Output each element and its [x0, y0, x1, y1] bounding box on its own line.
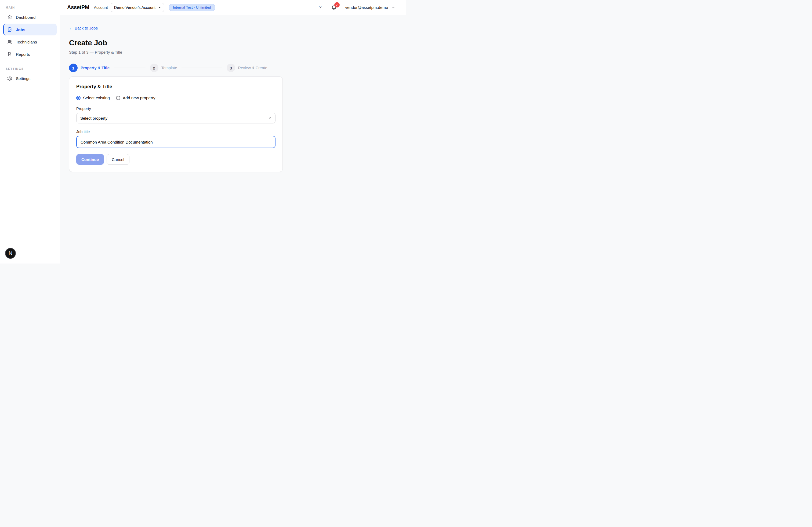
sidebar-section-settings: SETTINGS	[6, 67, 60, 70]
user-menu-chevron-icon[interactable]	[392, 6, 395, 10]
radio-label: Add new property	[123, 95, 156, 100]
stepper: 1 Property & Title 2 Template 3 Review &…	[69, 64, 397, 72]
step-label: Review & Create	[238, 66, 267, 70]
card-heading: Property & Title	[76, 84, 276, 90]
sidebar-item-label: Settings	[16, 76, 30, 81]
top-header: AssetPM Account Demo Vendor's Account In…	[60, 0, 406, 15]
page-subtitle: Step 1 of 3 — Property & Title	[69, 50, 397, 55]
sidebar-item-label: Reports	[16, 52, 30, 57]
sidebar-item-technicians[interactable]: Technicians	[3, 36, 57, 48]
step-template: 2 Template	[150, 64, 177, 72]
sidebar-item-jobs[interactable]: Jobs	[3, 24, 57, 35]
step-review-create: 3 Review & Create	[227, 64, 267, 72]
sidebar-item-settings[interactable]: Settings	[3, 73, 57, 84]
radio-label: Select existing	[83, 95, 110, 100]
dev-badge-letter: N	[9, 250, 12, 256]
back-to-jobs-link[interactable]: ← Back to Jobs	[69, 26, 98, 30]
job-title-field-label: Job title	[76, 130, 276, 134]
back-arrow-icon: ←	[69, 26, 73, 30]
radio-select-existing[interactable]: Select existing	[76, 95, 110, 100]
account-select[interactable]: Demo Vendor's Account	[111, 3, 164, 12]
user-email[interactable]: vendor@assetpm.demo	[345, 5, 388, 10]
plan-badge: Internal Test - Unlimited	[169, 4, 215, 11]
sidebar: MAIN Dashboard Jobs Technicians	[0, 0, 60, 264]
chevron-down-icon	[158, 6, 161, 9]
nextjs-dev-badge[interactable]: N	[5, 248, 16, 259]
step-label: Property & Title	[81, 66, 110, 70]
sidebar-item-label: Dashboard	[16, 15, 35, 19]
step-connector	[182, 67, 222, 68]
continue-button[interactable]: Continue	[76, 154, 104, 165]
step-label: Template	[161, 66, 177, 70]
notifications-button[interactable]: 7	[331, 4, 337, 10]
sidebar-item-reports[interactable]: Reports	[3, 48, 57, 60]
help-icon[interactable]: ?	[319, 4, 322, 11]
step-number: 3	[227, 64, 235, 72]
sidebar-item-label: Technicians	[16, 40, 37, 44]
sidebar-item-dashboard[interactable]: Dashboard	[3, 11, 57, 23]
property-mode-radio-group: Select existing Add new property	[76, 95, 276, 100]
sidebar-item-label: Jobs	[16, 27, 25, 32]
property-select-value: Select property	[80, 116, 107, 120]
step-number: 2	[150, 64, 158, 72]
document-icon	[7, 51, 12, 57]
form-actions: Continue Cancel	[76, 154, 276, 165]
users-icon	[7, 39, 12, 45]
clipboard-check-icon	[7, 27, 12, 32]
app-logo: AssetPM	[67, 4, 89, 11]
gear-icon	[7, 76, 12, 81]
account-label: Account	[94, 5, 108, 10]
create-job-card: Property & Title Select existing Add new…	[69, 76, 283, 172]
account-select-value: Demo Vendor's Account	[114, 5, 156, 10]
step-number: 1	[69, 64, 77, 72]
cancel-button[interactable]: Cancel	[106, 154, 129, 165]
back-link-label: Back to Jobs	[75, 26, 98, 30]
property-field-label: Property	[76, 107, 276, 111]
sidebar-section-main: MAIN	[6, 6, 60, 9]
step-property-title: 1 Property & Title	[69, 64, 110, 72]
job-title-input[interactable]	[76, 136, 276, 148]
step-connector	[114, 67, 146, 68]
radio-unchecked-icon	[116, 96, 120, 100]
notification-count-badge: 7	[334, 2, 340, 7]
radio-checked-icon	[76, 96, 81, 100]
radio-add-new-property[interactable]: Add new property	[116, 95, 156, 100]
property-select[interactable]: Select property	[76, 113, 276, 123]
chevron-down-icon	[268, 117, 272, 120]
page-title: Create Job	[69, 39, 397, 47]
main-content: ← Back to Jobs Create Job Step 1 of 3 — …	[60, 15, 406, 264]
home-icon	[7, 15, 12, 20]
